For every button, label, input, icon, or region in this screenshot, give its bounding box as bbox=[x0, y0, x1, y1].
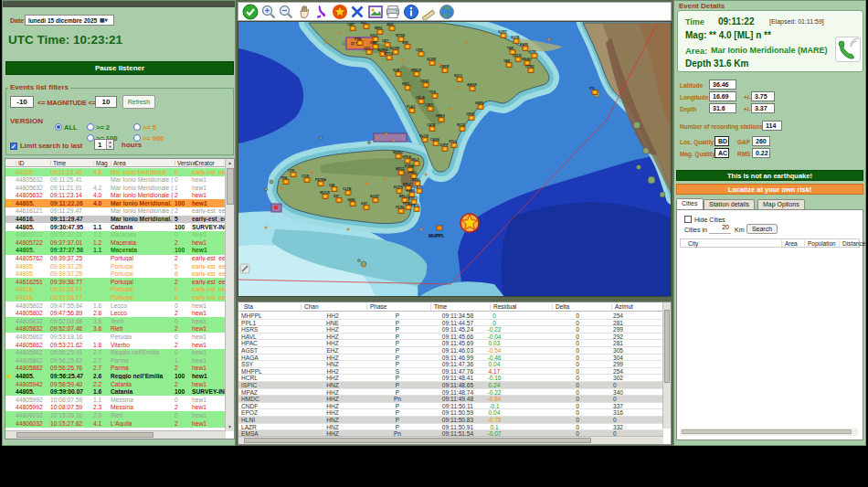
zoom-in-icon[interactable] bbox=[260, 4, 277, 20]
column-header[interactable]: Chan bbox=[301, 303, 319, 312]
event-row[interactable]: 4480583209:52:08.683.8Terni0hew1 bbox=[5, 317, 226, 325]
event-row[interactable]: 4480563209:11:21.914.2Mar Ionio Meridion… bbox=[5, 184, 226, 192]
show-events-icon[interactable] bbox=[332, 4, 348, 20]
events-vertical-scrollbar[interactable]: ▲ ▼ bbox=[225, 159, 234, 431]
column-header[interactable]: Residual bbox=[490, 303, 516, 312]
map[interactable]: P.TNCMPSLCMRGANDSGGPSBCETMTSNCUCMORMSCHR… bbox=[238, 21, 672, 297]
event-row[interactable]: 4480603210:15:26.102.0Rieti0hew1 bbox=[5, 411, 226, 419]
event-row[interactable]: ★44805.09:56:25.472.6Reggio nell'Emilia1… bbox=[5, 372, 226, 380]
phase-row[interactable]: HAGAHHZP09:11:46.99-0.460304 bbox=[238, 355, 663, 362]
cities-horizontal-scrollbar[interactable] bbox=[680, 429, 858, 436]
confirm-icon[interactable] bbox=[242, 4, 259, 20]
limit-search-checkbox[interactable]: ✓Limit search to last bbox=[10, 142, 82, 150]
cities-table-header[interactable]: CityAreaPopulationDistance bbox=[680, 238, 860, 248]
localize-risk-button[interactable]: Localize at your own risk! bbox=[676, 184, 863, 195]
phase-row[interactable]: HMDCHHZPn09:11:49.48-0.8400 bbox=[238, 396, 663, 403]
event-row[interactable]: 4480563209:11:25.41Mar Ionio Meridionale… bbox=[5, 176, 226, 185]
event-row[interactable]: 4480563209:11:23.144.0Mar Ionio Meridion… bbox=[5, 192, 226, 200]
column-header[interactable]: Area bbox=[111, 160, 126, 167]
column-header[interactable]: Time bbox=[50, 160, 66, 167]
info-icon[interactable] bbox=[403, 4, 419, 20]
scroll-thumb[interactable] bbox=[244, 438, 591, 443]
event-row[interactable]: 4480603210:15:27.624.1L'Aquila2hew1 bbox=[5, 419, 226, 428]
column-header[interactable]: Population bbox=[804, 240, 836, 249]
event-row[interactable]: 44805.09:39:37.25Portugal8early-est_ee1.… bbox=[5, 270, 226, 279]
column-header[interactable]: Creator bbox=[192, 160, 215, 167]
depth-value[interactable]: 31.6 bbox=[709, 103, 736, 113]
event-row[interactable]: 44805.09:11:19.464.8Mar Ionio Meridional… bbox=[5, 168, 226, 176]
phase-row[interactable]: SSYHNZP09:11:47.360.040299 bbox=[238, 361, 663, 368]
tab-cities[interactable]: Cities bbox=[676, 198, 704, 209]
phase-table-header[interactable]: StaChanPhaseTimeResidualDeltaAzimut bbox=[238, 302, 663, 312]
event-row[interactable]: 4480588209:56:25.912.7Reggio nell'Emilia… bbox=[5, 349, 226, 357]
snapshot-icon[interactable] bbox=[367, 4, 384, 20]
phase-row[interactable]: ISPICHNZP09:11:48.650.2400 bbox=[238, 382, 663, 389]
event-row[interactable]: 4480572209:37:37.011.2Macerata2hew1 bbox=[5, 238, 226, 247]
event-row[interactable]: 44805.09:30:47.951.1Catania100SURVEY-ING… bbox=[5, 223, 226, 231]
event-row[interactable]: 44805.09:37:37.581.1Macerata100hew1 bbox=[5, 247, 226, 255]
scroll-thumb[interactable] bbox=[664, 310, 670, 383]
longitude-error[interactable]: 3.75 bbox=[751, 91, 775, 101]
phase-row[interactable]: HSRSHHZP09:11:45.24-0.220299 bbox=[238, 326, 663, 333]
column-header[interactable]: Area bbox=[781, 240, 798, 249]
tab-station-details[interactable]: Station details bbox=[704, 199, 755, 209]
scroll-up-icon[interactable]: ▲ bbox=[226, 159, 234, 167]
event-row[interactable]: 44616.09:11:29.47Mar Ionio Meridional.5e… bbox=[5, 216, 226, 224]
italy-region-icon[interactable] bbox=[313, 4, 330, 20]
column-header[interactable]: Time bbox=[430, 303, 447, 312]
scroll-thumb[interactable] bbox=[227, 168, 234, 205]
refresh-button[interactable]: Refresh bbox=[122, 95, 155, 109]
phase-row[interactable]: PPL1HNEP09:11:44.5700281 bbox=[238, 320, 663, 327]
event-row[interactable]: 4480572209:37:37.011.2Macerata0hew1 bbox=[5, 231, 226, 239]
event-row[interactable]: 44805.09:39:37.25Portugal5early-est_ee1.… bbox=[5, 262, 226, 270]
event-row[interactable]: 4480583209:52:07.463.6Rieti2hew1 bbox=[5, 325, 226, 333]
event-row[interactable]: 4480588209:56:25.762.7Parma2hew1 bbox=[5, 365, 226, 373]
phase-row[interactable]: HPACHHZP09:11:45.690.030281 bbox=[238, 340, 663, 347]
print-icon[interactable] bbox=[385, 4, 401, 20]
event-row[interactable]: 44805.09:59:00.071.6Catania100SURVEY-ING… bbox=[5, 388, 226, 397]
events-horizontal-scrollbar[interactable] bbox=[5, 430, 226, 439]
column-header[interactable]: Distance bbox=[839, 240, 865, 249]
magnitude-min-input[interactable]: -10 bbox=[10, 96, 34, 108]
event-row[interactable]: 4480588209:56:25.622.7Parma1hew1 bbox=[5, 356, 226, 365]
event-row[interactable]: 4480586209:53:18.16Perugia0hew1 bbox=[5, 333, 226, 341]
phase-row[interactable]: HLNIHNZP09:11:50.83-0.7500 bbox=[238, 417, 663, 424]
column-header[interactable]: Sta bbox=[241, 303, 253, 312]
world-icon[interactable] bbox=[439, 4, 455, 20]
phase-row[interactable]: LAZRHNZP09:11:50.910.10332 bbox=[238, 424, 663, 431]
search-button[interactable]: Search bbox=[746, 224, 778, 234]
event-row[interactable]: 4461612109:11:29.47Mar Ionio Meridionale… bbox=[5, 207, 226, 216]
event-row[interactable]: 4480594209:58:59.402.2Catania2hew1 bbox=[5, 380, 226, 388]
phase-row[interactable]: CNDFHHZP09:11:50.11-0.10337 bbox=[238, 403, 663, 410]
limit-hours-stepper[interactable]: 1▲▼ bbox=[94, 139, 114, 150]
column-header[interactable]: Azimut bbox=[611, 303, 633, 312]
phase-row[interactable]: HCRLHHZP09:11:48.41-0.160302 bbox=[238, 375, 663, 382]
version-radio-all[interactable]: ALL bbox=[55, 117, 78, 133]
longitude-value[interactable]: 16.69 bbox=[709, 91, 736, 101]
zoom-out-icon[interactable] bbox=[278, 4, 294, 20]
column-header[interactable]: Delta bbox=[552, 303, 569, 312]
event-row[interactable]: 4480599210:08:07.592.3Messina2hew1 bbox=[5, 404, 226, 412]
measure-icon[interactable] bbox=[420, 4, 437, 20]
column-header[interactable]: Phase bbox=[366, 303, 386, 312]
scroll-thumb[interactable] bbox=[16, 432, 153, 438]
num-stations-value[interactable]: 114 bbox=[762, 121, 782, 131]
checkbox-icon[interactable] bbox=[684, 216, 692, 223]
calendar-icon[interactable]: ▦▾ bbox=[100, 16, 112, 25]
tab-map-options[interactable]: Map Options bbox=[757, 199, 805, 209]
event-row[interactable]: ★44805.09:11:22.264.0Mar Ionio Meridiona… bbox=[5, 199, 226, 207]
phase-vertical-scrollbar[interactable] bbox=[662, 302, 671, 429]
column-header[interactable]: Mag bbox=[93, 160, 108, 167]
column-header[interactable]: ID bbox=[16, 160, 25, 167]
event-row[interactable]: 4461625109:39:38.77Portugal2early-est_ee… bbox=[5, 278, 226, 286]
phase-row[interactable]: AGSTEHZP09:11:46.03-0.540305 bbox=[238, 347, 663, 355]
cities-km-input[interactable]: 20 bbox=[709, 224, 731, 234]
column-header[interactable]: City bbox=[685, 240, 698, 249]
phase-row[interactable]: HAVLHHZP09:11:45.66-0.040292 bbox=[238, 333, 663, 341]
phone-icon[interactable] bbox=[835, 37, 861, 62]
scroll-down-icon[interactable]: ▼ bbox=[226, 423, 234, 431]
event-row[interactable]: 44616.09:39:38.77Portugal5early-est_ee1.… bbox=[5, 286, 226, 294]
latitude-value[interactable]: 36.46 bbox=[709, 79, 736, 90]
events-table-header[interactable]: IDTimeMagAreaVersionCreator bbox=[5, 159, 226, 167]
scroll-thumb[interactable] bbox=[682, 429, 852, 434]
